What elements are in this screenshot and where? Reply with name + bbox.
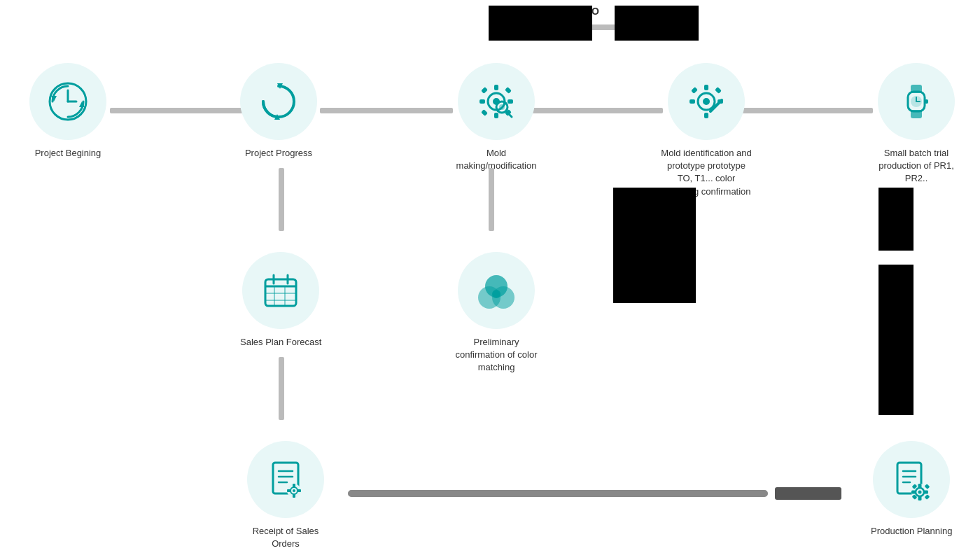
color-circles-icon: [475, 270, 517, 312]
document-gear-icon: [890, 458, 932, 500]
svg-rect-11: [507, 99, 513, 104]
receipt-label: Receipt of Sales Orders: [240, 525, 331, 550]
project-beginning-icon-circle: [29, 63, 106, 140]
node-project-progress: Project Progress: [240, 63, 317, 160]
gear-search-icon: [475, 80, 517, 122]
svg-rect-13: [505, 87, 512, 94]
svg-rect-9: [494, 113, 498, 118]
gear-check-icon: [685, 80, 727, 122]
censored-mid-right-3: [878, 265, 913, 415]
sales-plan-icon-circle: [242, 252, 319, 329]
svg-rect-28: [911, 110, 922, 118]
arrow-mold-ident: [530, 108, 663, 113]
svg-rect-32: [925, 99, 928, 104]
mold-identification-icon-circle: [668, 63, 745, 140]
project-progress-icon-circle: [240, 63, 317, 140]
svg-rect-63: [918, 484, 922, 488]
refresh-icon: [258, 80, 300, 122]
svg-rect-25: [715, 87, 722, 94]
scrollbar-thumb[interactable]: [348, 490, 768, 497]
svg-point-62: [918, 491, 922, 494]
svg-rect-14: [481, 109, 488, 116]
small-batch-label: Small batch trial production of PR1, PR2…: [871, 147, 962, 186]
flowchart: Project Begining Project Progress: [0, 0, 980, 560]
svg-rect-10: [479, 99, 485, 104]
watch-icon: [895, 80, 937, 122]
node-mold-making: Mold making/modification: [451, 63, 542, 172]
svg-rect-65: [911, 491, 916, 494]
mold-making-label: Mold making/modification: [451, 147, 542, 172]
arrow-begin-progress: [110, 108, 243, 113]
project-progress-label: Project Progress: [245, 147, 312, 160]
censored-mid-right-1: [613, 188, 696, 303]
svg-rect-55: [298, 489, 301, 492]
svg-rect-27: [911, 85, 922, 93]
svg-rect-22: [690, 99, 695, 104]
svg-rect-24: [691, 87, 698, 94]
svg-point-19: [703, 98, 710, 105]
receipt-icon-circle: [247, 441, 324, 518]
color-matching-label: Preliminary confirmation of color matchi…: [451, 336, 542, 374]
svg-rect-52: [293, 484, 295, 487]
arrow-progress-mold: [320, 108, 453, 113]
node-receipt-orders: Receipt of Sales Orders: [240, 441, 331, 550]
mold-making-icon-circle: [458, 63, 535, 140]
svg-point-44: [492, 290, 500, 298]
svg-rect-20: [704, 85, 708, 90]
sales-plan-label: Sales Plan Forecast: [240, 336, 321, 349]
svg-rect-66: [924, 491, 928, 494]
svg-rect-21: [704, 113, 708, 118]
node-mold-identification: Mold identification and prototype protot…: [661, 63, 752, 198]
document-list-icon: [265, 458, 307, 500]
censored-top-right: [615, 6, 699, 41]
svg-point-51: [293, 489, 295, 492]
svg-point-17: [499, 104, 505, 110]
node-project-beginning: Project Begining: [29, 63, 106, 160]
arrow-ident-small: [740, 108, 873, 113]
svg-rect-54: [287, 489, 290, 492]
calendar-icon: [260, 270, 302, 312]
node-color-matching: Preliminary confirmation of color matchi…: [451, 252, 542, 374]
svg-rect-64: [918, 496, 922, 500]
node-small-batch: Small batch trial production of PR1, PR2…: [871, 63, 962, 186]
arrow-progress-down: [279, 168, 284, 231]
color-matching-icon-circle: [458, 252, 535, 329]
svg-rect-33: [265, 279, 296, 306]
svg-rect-8: [494, 85, 498, 90]
censored-mid-right-2: [878, 188, 913, 251]
project-beginning-label: Project Begining: [35, 147, 102, 160]
svg-rect-12: [481, 87, 488, 94]
node-sales-plan: Sales Plan Forecast: [240, 252, 321, 349]
node-production-planning: Production Planning: [871, 441, 952, 538]
arrow-sales-down: [279, 357, 284, 420]
svg-rect-53: [293, 494, 295, 498]
scrollbar-right-button[interactable]: [775, 487, 841, 500]
arrow-mold-down: [489, 168, 494, 231]
censored-top-left: [489, 6, 592, 41]
production-planning-icon-circle: [873, 441, 950, 518]
clock-refresh-icon: [47, 80, 89, 122]
small-batch-icon-circle: [878, 63, 955, 140]
production-planning-label: Production Planning: [871, 525, 952, 538]
